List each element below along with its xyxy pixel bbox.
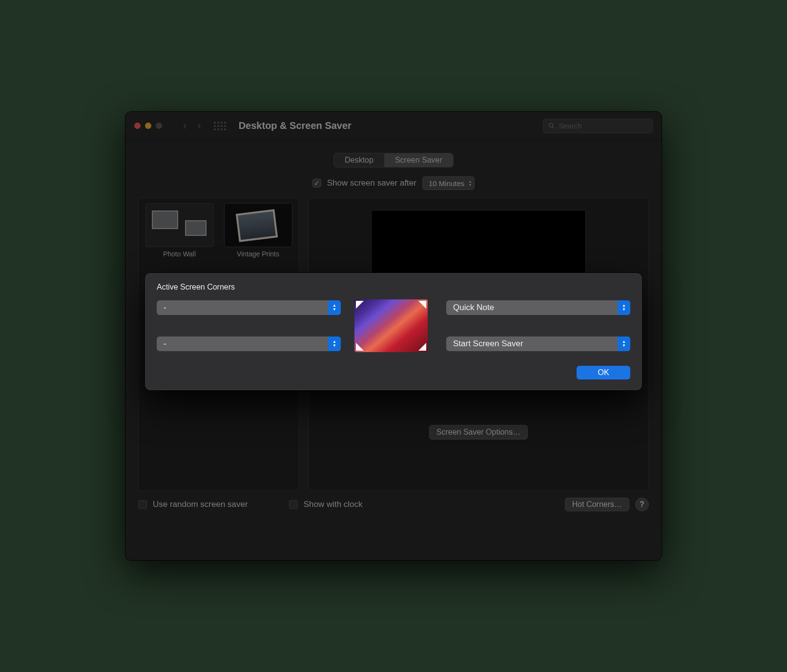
corner-indicator-icon xyxy=(418,343,426,351)
search-input[interactable] xyxy=(559,122,647,130)
tab-screen-saver[interactable]: Screen Saver xyxy=(384,153,453,167)
footer-row: Use random screen saver Show with clock … xyxy=(138,491,649,511)
back-button[interactable]: ‹ xyxy=(183,120,186,132)
caption: Photo Wall xyxy=(144,250,215,258)
hot-corners-sheet: Active Screen Corners - ▲▼ Quick Note ▲▼… xyxy=(145,273,642,391)
corner-indicator-icon xyxy=(356,343,364,351)
updown-icon: ▲▼ xyxy=(618,336,630,351)
updown-icon: ▲▼ xyxy=(328,336,341,351)
screen-saver-options-button[interactable]: Screen Saver Options… xyxy=(429,425,528,440)
updown-icon: ▲▼ xyxy=(468,180,472,187)
corner-top-right-select[interactable]: Quick Note ▲▼ xyxy=(446,300,630,315)
hot-corners-button[interactable]: Hot Corners… xyxy=(565,498,629,511)
caption: Vintage Prints xyxy=(222,250,294,258)
list-item[interactable]: Photo Wall xyxy=(144,203,215,258)
thumbnail-vintage-prints xyxy=(224,203,292,247)
random-checkbox[interactable] xyxy=(138,500,147,509)
corner-bottom-left-value: - xyxy=(164,339,166,349)
show-all-icon[interactable] xyxy=(214,122,226,130)
window-titlebar: ‹ › Desktop & Screen Saver xyxy=(125,112,662,140)
zoom-window-button[interactable] xyxy=(156,123,162,129)
show-after-popup[interactable]: 10 Minutes ▲▼ xyxy=(422,176,475,190)
updown-icon: ▲▼ xyxy=(328,300,341,315)
ok-button[interactable]: OK xyxy=(577,366,630,379)
tab-desktop[interactable]: Desktop xyxy=(334,153,384,167)
help-button[interactable]: ? xyxy=(635,498,649,511)
close-window-button[interactable] xyxy=(134,123,141,129)
thumbnail-photo-wall xyxy=(145,203,214,247)
window-title: Desktop & Screen Saver xyxy=(239,120,352,131)
corner-top-left-select[interactable]: - ▲▼ xyxy=(157,300,341,315)
show-clock-label: Show with clock xyxy=(304,500,363,509)
show-after-checkbox[interactable]: ✓ xyxy=(312,179,321,188)
show-after-label: Show screen saver after xyxy=(327,178,416,188)
show-after-value: 10 Minutes xyxy=(429,179,464,188)
corner-top-left-value: - xyxy=(164,303,166,313)
search-icon xyxy=(548,122,555,129)
corner-bottom-right-value: Start Screen Saver xyxy=(453,339,523,349)
window-traffic-lights xyxy=(134,123,174,129)
list-item[interactable]: Vintage Prints xyxy=(222,203,294,258)
corner-top-right-value: Quick Note xyxy=(453,303,494,313)
corner-bottom-left-select[interactable]: - ▲▼ xyxy=(157,336,341,351)
corner-indicator-icon xyxy=(418,301,426,309)
corner-bottom-right-select[interactable]: Start Screen Saver ▲▼ xyxy=(446,336,630,351)
show-after-row: ✓ Show screen saver after 10 Minutes ▲▼ xyxy=(138,176,649,190)
tab-segmented-control: Desktop Screen Saver xyxy=(138,153,649,168)
show-clock-checkbox[interactable] xyxy=(289,500,298,509)
minimize-window-button[interactable] xyxy=(145,123,151,129)
corner-indicator-icon xyxy=(356,301,364,309)
updown-icon: ▲▼ xyxy=(618,300,630,315)
sheet-title: Active Screen Corners xyxy=(157,283,630,292)
nav-buttons: ‹ › xyxy=(183,120,201,132)
forward-button[interactable]: › xyxy=(197,120,201,132)
search-field[interactable] xyxy=(543,119,653,133)
corners-monitor-preview xyxy=(354,299,428,352)
random-label: Use random screen saver xyxy=(153,500,248,509)
